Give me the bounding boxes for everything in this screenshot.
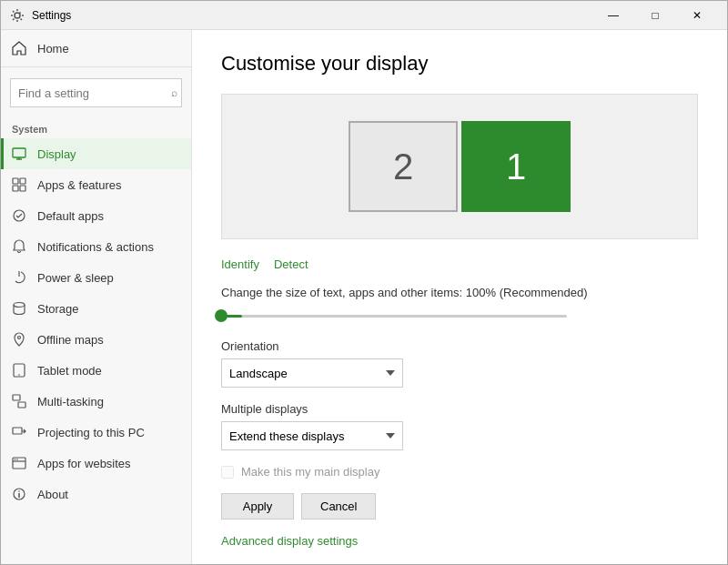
search-input[interactable] (18, 86, 171, 100)
display-preview: 2 1 (221, 94, 698, 239)
svg-rect-4 (13, 186, 18, 191)
sidebar-item-apps-features[interactable]: Apps & features (1, 169, 191, 200)
search-icon: ⌕ (171, 86, 177, 99)
orientation-setting: Orientation Landscape Portrait Landscape… (221, 339, 698, 388)
svg-rect-12 (18, 402, 25, 408)
cancel-button[interactable]: Cancel (301, 493, 376, 520)
sidebar-item-default-apps[interactable]: Default apps (1, 200, 191, 231)
orientation-label: Orientation (221, 339, 698, 353)
sidebar-default-apps-label: Default apps (37, 209, 104, 223)
sidebar-display-label: Display (37, 147, 76, 161)
svg-point-7 (14, 303, 25, 308)
svg-rect-13 (13, 428, 22, 434)
svg-point-18 (18, 490, 20, 492)
content-area: Home ⌕ System Display (1, 30, 727, 564)
svg-point-16 (16, 459, 18, 460)
sidebar-item-tablet-mode[interactable]: Tablet mode (1, 355, 191, 386)
offline-maps-icon (12, 332, 26, 347)
home-icon (12, 41, 26, 55)
title-bar: Settings — □ ✕ (1, 1, 727, 30)
svg-rect-2 (13, 178, 18, 184)
sidebar-item-storage[interactable]: Storage (1, 293, 191, 324)
window-controls: — □ ✕ (592, 1, 718, 30)
scale-label: Change the size of text, apps and other … (221, 286, 698, 299)
slider-thumb[interactable] (215, 309, 228, 322)
svg-rect-11 (13, 395, 20, 400)
storage-icon (12, 301, 26, 316)
display-links: Identify Detect (221, 257, 698, 271)
settings-window: Settings — □ ✕ Home ⌕ (0, 0, 728, 565)
sidebar-about-label: About (37, 488, 68, 501)
home-label: Home (37, 42, 69, 55)
sidebar-item-about[interactable]: About (1, 479, 191, 510)
svg-point-6 (14, 210, 25, 221)
window-title: Settings (32, 9, 592, 22)
search-box[interactable]: ⌕ (10, 78, 182, 107)
apps-features-icon (12, 177, 26, 192)
svg-point-15 (15, 459, 16, 460)
sidebar-power-label: Power & sleep (37, 271, 114, 285)
sidebar-notifications-label: Notifications & actions (37, 240, 154, 254)
projecting-icon (12, 425, 26, 439)
sidebar-item-multitasking[interactable]: Multi-tasking (1, 386, 191, 417)
apps-websites-icon (12, 456, 26, 470)
settings-app-icon (10, 8, 25, 23)
sidebar-item-projecting[interactable]: Projecting to this PC (1, 417, 191, 448)
multiple-displays-label: Multiple displays (221, 402, 698, 416)
sidebar-item-notifications[interactable]: Notifications & actions (1, 231, 191, 262)
display-icon (12, 146, 26, 161)
about-icon (12, 487, 26, 501)
apply-button[interactable]: Apply (221, 493, 294, 520)
detect-link[interactable]: Detect (274, 257, 308, 271)
monitor-1[interactable]: 1 (461, 121, 571, 212)
scale-slider[interactable] (221, 307, 567, 325)
tablet-mode-icon (12, 363, 26, 378)
sidebar-item-display[interactable]: Display (1, 138, 191, 169)
scale-setting: Change the size of text, apps and other … (221, 286, 698, 325)
main-display-checkbox[interactable] (221, 466, 234, 479)
orientation-select[interactable]: Landscape Portrait Landscape (flipped) P… (221, 358, 403, 388)
sidebar-item-offline-maps[interactable]: Offline maps (1, 324, 191, 355)
sidebar-tablet-label: Tablet mode (37, 364, 102, 378)
sidebar-projecting-label: Projecting to this PC (37, 426, 145, 439)
sidebar-multitasking-label: Multi-tasking (37, 395, 104, 409)
sidebar: Home ⌕ System Display (1, 30, 192, 564)
slider-track (221, 315, 567, 318)
power-sleep-icon (12, 270, 26, 285)
sidebar-item-apps-websites[interactable]: Apps for websites (1, 448, 191, 479)
close-button[interactable]: ✕ (676, 1, 718, 30)
sidebar-offline-maps-label: Offline maps (37, 333, 104, 347)
page-title: Customise your display (221, 52, 698, 76)
identify-link[interactable]: Identify (221, 257, 259, 271)
sidebar-apps-features-label: Apps & features (37, 178, 122, 192)
advanced-display-settings-link[interactable]: Advanced display settings (221, 534, 358, 548)
multitasking-icon (12, 394, 26, 409)
default-apps-icon (12, 208, 26, 223)
sidebar-item-power-sleep[interactable]: Power & sleep (1, 262, 191, 293)
svg-rect-1 (13, 148, 25, 157)
svg-rect-5 (20, 186, 25, 191)
action-buttons: Apply Cancel (221, 493, 698, 520)
minimize-button[interactable]: — (592, 1, 634, 30)
notifications-icon (12, 239, 26, 254)
svg-point-10 (18, 374, 20, 376)
sidebar-storage-label: Storage (37, 302, 79, 316)
maximize-button[interactable]: □ (634, 1, 676, 30)
svg-point-8 (18, 337, 21, 339)
svg-rect-3 (20, 178, 25, 184)
main-display-label: Make this my main display (241, 465, 379, 479)
monitor-2[interactable]: 2 (349, 121, 458, 212)
main-display-row: Make this my main display (221, 465, 698, 479)
svg-point-0 (15, 13, 20, 18)
sidebar-section-label: System (1, 115, 191, 138)
sidebar-item-home[interactable]: Home (1, 30, 191, 67)
sidebar-apps-websites-label: Apps for websites (37, 457, 131, 470)
multiple-displays-setting: Multiple displays Extend these displays … (221, 402, 698, 450)
multiple-displays-select[interactable]: Extend these displays Duplicate these di… (221, 421, 403, 450)
main-content: Customise your display 2 1 Identify Dete… (192, 30, 727, 564)
